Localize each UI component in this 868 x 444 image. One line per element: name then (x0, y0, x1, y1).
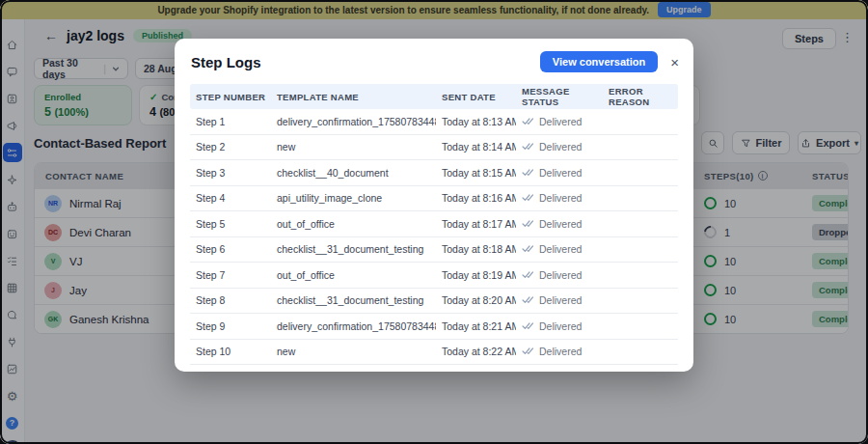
step-number: Step 1 (190, 116, 271, 127)
sent-date: Today at 8:13 AM (436, 116, 516, 127)
step-number: Step 7 (190, 269, 271, 281)
message-status: Delivered (539, 243, 582, 255)
sent-date: Today at 8:21 AM (436, 320, 516, 332)
step-number: Step 9 (190, 320, 271, 332)
step-log-row: Step 2 new Today at 8:14 AM Delivered (190, 135, 678, 161)
double-check-icon (522, 117, 534, 126)
step-log-row: Step 9 delivery_confirmation_17580783448… (190, 314, 678, 340)
message-status: Delivered (539, 269, 582, 281)
message-status: Delivered (539, 346, 582, 357)
message-status: Delivered (539, 141, 582, 153)
template-name: checklist__31_document_testing (271, 294, 436, 306)
double-check-icon (522, 142, 534, 152)
step-number: Step 8 (190, 294, 271, 306)
step-number: Step 4 (190, 192, 271, 204)
message-status: Delivered (539, 320, 582, 332)
step-log-rows: Step 1 delivery_confirmation_17580783448… (190, 109, 678, 365)
double-check-icon (522, 347, 534, 356)
step-log-row: Step 8 checklist__31_document_testing To… (190, 289, 678, 315)
template-name: checklist__31_document_testing (271, 243, 436, 255)
message-status: Delivered (539, 294, 582, 306)
app-window: Upgrade your Shopify integration to the … (0, 0, 868, 444)
template-name: api_utility_image_clone (271, 192, 436, 204)
close-icon[interactable]: × (670, 55, 679, 69)
sent-date: Today at 8:16 AM (436, 192, 516, 204)
column-error-reason: ERROR REASON (603, 86, 678, 107)
column-template-name: TEMPLATE NAME (271, 92, 436, 102)
message-status: Delivered (539, 218, 582, 230)
double-check-icon (522, 270, 534, 280)
step-log-row: Step 4 api_utility_image_clone Today at … (190, 186, 678, 212)
template-name: checklist__40_document (271, 167, 436, 179)
step-logs-modal: Step Logs View conversation × STEP NUMBE… (175, 39, 693, 372)
sent-date: Today at 8:18 AM (436, 243, 516, 255)
double-check-icon (522, 219, 534, 229)
step-logs-table-header: STEP NUMBER TEMPLATE NAME SENT DATE MESS… (190, 84, 678, 109)
template-name: delivery_confirmation_1758078344808 (271, 320, 436, 332)
message-status: Delivered (539, 116, 582, 127)
column-step-number: STEP NUMBER (190, 92, 271, 102)
double-check-icon (522, 244, 534, 254)
column-message-status: MESSAGE STATUS (516, 86, 603, 107)
modal-header: Step Logs View conversation × (175, 39, 693, 81)
step-number: Step 3 (190, 167, 271, 179)
sent-date: Today at 8:14 AM (436, 141, 516, 153)
template-name: out_of_office (271, 218, 436, 230)
message-status: Delivered (539, 167, 582, 179)
step-number: Step 5 (190, 218, 271, 230)
step-number: Step 10 (190, 346, 271, 357)
step-log-row: Step 3 checklist__40_document Today at 8… (190, 160, 678, 186)
double-check-icon (522, 295, 534, 305)
double-check-icon (522, 321, 534, 331)
view-conversation-button[interactable]: View conversation (540, 51, 658, 72)
step-log-row: Step 10 new Today at 8:22 AM Delivered (190, 340, 678, 366)
sent-date: Today at 8:15 AM (436, 167, 516, 179)
message-status: Delivered (539, 192, 582, 204)
template-name: delivery_confirmation_1758078344808 (271, 116, 436, 127)
step-log-row: Step 1 delivery_confirmation_17580783448… (190, 109, 678, 135)
step-log-row: Step 6 checklist__31_document_testing To… (190, 237, 678, 264)
modal-title: Step Logs (191, 54, 540, 70)
step-logs-table: STEP NUMBER TEMPLATE NAME SENT DATE MESS… (190, 84, 678, 365)
step-number: Step 6 (190, 243, 271, 255)
sent-date: Today at 8:20 AM (436, 294, 516, 306)
double-check-icon (522, 168, 534, 178)
double-check-icon (522, 193, 534, 203)
step-log-row: Step 5 out_of_office Today at 8:17 AM De… (190, 211, 678, 237)
sent-date: Today at 8:19 AM (436, 269, 516, 281)
step-log-row: Step 7 out_of_office Today at 8:19 AM De… (190, 263, 678, 289)
step-number: Step 2 (190, 141, 271, 153)
sent-date: Today at 8:22 AM (436, 346, 516, 357)
template-name: new (271, 346, 436, 357)
template-name: out_of_office (271, 269, 436, 281)
column-sent-date: SENT DATE (436, 92, 516, 102)
sent-date: Today at 8:17 AM (436, 218, 516, 230)
template-name: new (271, 141, 436, 153)
